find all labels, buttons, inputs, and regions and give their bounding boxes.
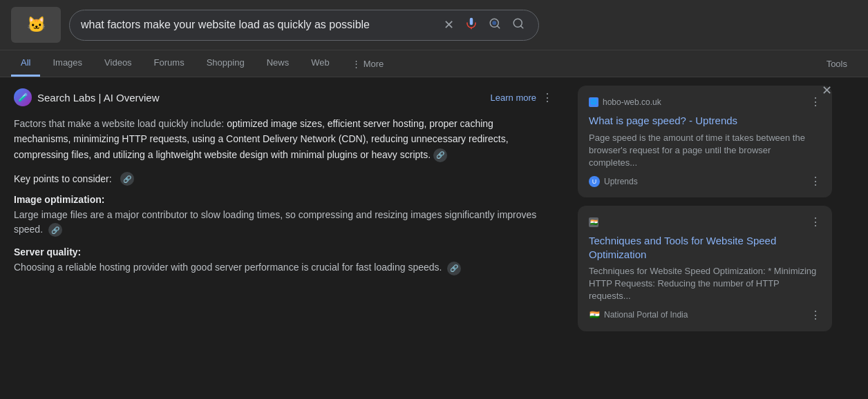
source-brand-india: 🇮🇳 National Portal of India — [589, 309, 688, 320]
point-title-server: Server quality: — [14, 246, 553, 257]
clear-button[interactable]: ✕ — [441, 16, 457, 34]
summary-link-bubble[interactable]: 🔗 — [433, 148, 447, 162]
source-card-india-header: 🇮🇳 ⋮ — [589, 215, 821, 228]
main-content: 🧪 Search Labs | AI Overview Learn more ⋮… — [0, 77, 868, 399]
card-options-hobo[interactable]: ⋮ — [810, 95, 821, 108]
source-card-hobo-header: 🌐 hobo-web.co.uk ⋮ — [589, 95, 821, 108]
brand-name-india: National Portal of India — [604, 310, 688, 320]
tab-forums[interactable]: Forums — [144, 50, 194, 77]
tab-web[interactable]: Web — [301, 50, 339, 77]
point-desc-text-image: Large image files are a major contributo… — [14, 209, 536, 235]
source-brand-hobo: U Uptrends — [589, 176, 638, 187]
nav-tabs: All Images Videos Forums Shopping News W… — [0, 50, 868, 77]
ai-overview-title: 🧪 Search Labs | AI Overview — [14, 88, 159, 106]
tab-more[interactable]: ⋮ More — [342, 52, 394, 76]
brand-icon-india: 🇮🇳 — [589, 309, 600, 320]
source-desc-hobo: Page speed is the amount of time it take… — [589, 132, 821, 170]
brand-icon-label-uptrends: U — [592, 178, 597, 185]
brand-name-uptrends: Uptrends — [604, 177, 638, 186]
tab-shopping[interactable]: Shopping — [197, 50, 254, 77]
source-domain-india: 🇮🇳 — [589, 217, 598, 227]
point-server-link-bubble[interactable]: 🔗 — [447, 262, 461, 275]
key-points-link-bubble[interactable]: 🔗 — [120, 172, 134, 186]
voice-search-button[interactable] — [462, 16, 480, 35]
source-title-hobo[interactable]: What is page speed? - Uptrends — [589, 114, 821, 128]
source-card-india: 🇮🇳 ⋮ Techniques and Tools for Website Sp… — [578, 206, 832, 331]
tab-images[interactable]: Images — [43, 50, 92, 77]
more-label: More — [364, 59, 384, 69]
search-submit-button[interactable] — [509, 16, 527, 35]
ai-summary-text: Factors that make a website load quickly… — [14, 116, 553, 162]
search-bar[interactable]: ✕ — [69, 10, 539, 41]
brand-icon-uptrends: U — [589, 176, 600, 187]
source-footer-hobo: U Uptrends ⋮ — [589, 175, 821, 188]
summary-plain: Factors that make a website load quickly… — [14, 118, 227, 129]
tab-all[interactable]: All — [11, 50, 40, 77]
learn-more-button[interactable]: Learn more — [491, 93, 536, 103]
source-card-hobo: 🌐 hobo-web.co.uk ⋮ What is page speed? -… — [578, 86, 832, 197]
point-desc-server: Choosing a reliable hosting provider wit… — [14, 260, 553, 275]
ai-more-options-button[interactable]: ⋮ — [542, 91, 553, 104]
lens-button[interactable] — [486, 16, 504, 35]
source-domain-hobo: 🌐 hobo-web.co.uk — [589, 97, 661, 107]
close-button[interactable]: ✕ — [822, 83, 832, 98]
tab-videos[interactable]: Videos — [95, 50, 142, 77]
logo-emoji: 🐱 — [27, 16, 46, 34]
source-title-india[interactable]: Techniques and Tools for Website Speed O… — [589, 234, 821, 261]
ai-overview-panel: 🧪 Search Labs | AI Overview Learn more ⋮… — [0, 77, 567, 399]
source-desc-india: Techniques for Website Speed Optimizatio… — [589, 265, 821, 303]
ai-overview-label: Search Labs | AI Overview — [37, 92, 159, 104]
svg-point-1 — [492, 21, 496, 25]
source-cards-panel: ✕ 🌐 hobo-web.co.uk ⋮ What is page speed?… — [567, 77, 843, 399]
more-dots-icon: ⋮ — [352, 59, 361, 69]
ai-overview-header: 🧪 Search Labs | AI Overview Learn more ⋮ — [14, 88, 553, 106]
brand-icon-label-india: 🇮🇳 — [589, 310, 600, 320]
search-input[interactable] — [81, 19, 435, 31]
point-server-quality: Server quality: Choosing a reliable host… — [14, 246, 553, 275]
source-footer-india: 🇮🇳 National Portal of India ⋮ — [589, 309, 821, 322]
point-image-optimization: Image optimization: Large image files ar… — [14, 194, 553, 237]
key-points-label: Key points to consider: — [14, 173, 112, 184]
source-favicon-india: 🇮🇳 — [589, 217, 598, 227]
ai-labs-icon: 🧪 — [14, 88, 32, 106]
point-title-image: Image optimization: — [14, 194, 553, 205]
point-desc-text-server: Choosing a reliable hosting provider wit… — [14, 262, 442, 273]
tools-button[interactable]: Tools — [817, 52, 857, 76]
card-options-india[interactable]: ⋮ — [810, 215, 821, 228]
logo: 🐱 — [11, 7, 61, 43]
card-footer-options-hobo[interactable]: ⋮ — [810, 175, 821, 188]
key-points-header: Key points to consider: 🔗 — [14, 172, 553, 186]
point-image-link-bubble[interactable]: 🔗 — [48, 223, 62, 237]
point-desc-image: Large image files are a major contributo… — [14, 208, 553, 237]
domain-text-hobo: hobo-web.co.uk — [603, 97, 661, 107]
header: 🐱 ✕ — [0, 0, 868, 50]
tab-news[interactable]: News — [257, 50, 299, 77]
card-footer-options-india[interactable]: ⋮ — [810, 309, 821, 322]
source-favicon-hobo: 🌐 — [589, 97, 598, 107]
